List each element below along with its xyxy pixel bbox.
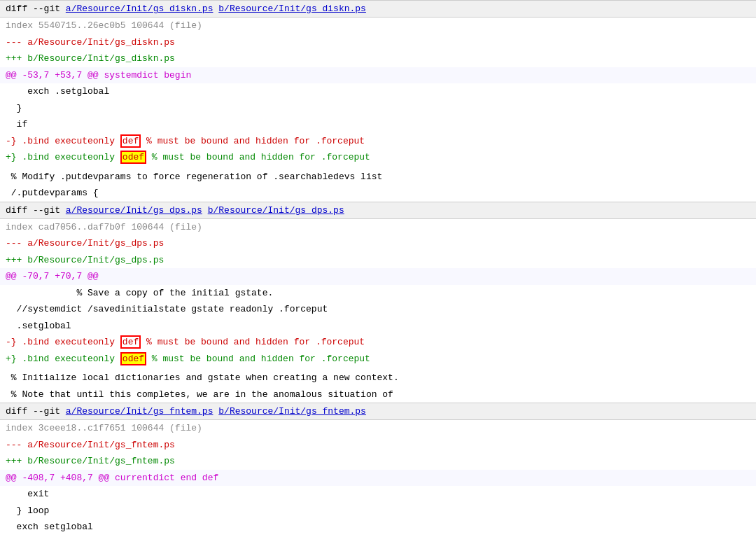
- diff-git-label: diff --git: [6, 406, 66, 417]
- diff-git-label: diff --git: [6, 205, 66, 216]
- diff-line: exit: [0, 486, 756, 503]
- diff-line: % Save a copy of the initial gstate.: [0, 285, 756, 302]
- diff-added-suffix: % must be bound and hidden for .forceput: [146, 354, 370, 364]
- diff-highlight-odef: odef: [120, 352, 146, 365]
- diff-file-b-link[interactable]: b/Resource/Init/gs_dps.ps: [208, 205, 344, 216]
- diff-highlight-def: def: [120, 335, 141, 349]
- diff-file-a-link[interactable]: a/Resource/Init/gs_diskn.ps: [66, 4, 214, 14]
- diff-section-header: diff --git a/Resource/Init/gs_diskn.ps b…: [0, 0, 756, 18]
- diff-added-suffix: % must be bound and hidden for .forceput: [146, 152, 370, 162]
- diff-added-prefix: +} .bind executeonly: [6, 152, 120, 162]
- diff-highlight-odef: odef: [120, 151, 146, 164]
- diff-line: }: [0, 100, 756, 117]
- diff-file-plus: +++ b/Resource/Init/gs_fntem.ps: [0, 453, 756, 470]
- diff-line: //systemdict /savedinitialstate gstate r…: [0, 301, 756, 318]
- diff-section-header: diff --git a/Resource/Init/gs_dps.ps b/R…: [0, 202, 756, 219]
- diff-removed-suffix: % must be bound and hidden for .forceput: [141, 337, 365, 347]
- diff-file-b-link[interactable]: b/Resource/Init/gs_fntem.ps: [218, 406, 366, 417]
- diff-line: % Note that until this completes, we are…: [0, 386, 756, 403]
- diff-highlight-def: def: [120, 134, 141, 148]
- diff-line: +} .bind executeonly odef % must be boun…: [0, 149, 756, 166]
- diff-added-prefix: +} .bind executeonly: [6, 354, 120, 364]
- diff-meta: index 3ceee18..c1f7651 100644 (file): [0, 420, 756, 437]
- diff-line: % Initialize local dictionaries and gsta…: [0, 370, 756, 386]
- diff-line: % Modify .putdevparams to force regenera…: [0, 169, 756, 186]
- diff-file-minus: --- a/Resource/Init/gs_fntem.ps: [0, 437, 756, 454]
- diff-line: .setglobal: [0, 318, 756, 335]
- diff-removed-suffix: % must be bound and hidden for .forceput: [141, 136, 365, 146]
- diff-line: } loop: [0, 503, 756, 519]
- diff-line: exch setglobal: [0, 519, 756, 536]
- diff-removed-prefix: -} .bind executeonly: [6, 337, 120, 347]
- diff-file-plus: +++ b/Resource/Init/gs_dps.ps: [0, 252, 756, 269]
- diff-meta: index 5540715..26ec0b5 100644 (file): [0, 18, 756, 34]
- diff-section-header: diff --git a/Resource/Init/gs_fntem.ps b…: [0, 403, 756, 420]
- diff-line: /.putdevparams {: [0, 185, 756, 202]
- diff-file-b-link[interactable]: b/Resource/Init/gs_diskn.ps: [218, 4, 366, 14]
- diff-file-minus: --- a/Resource/Init/gs_dps.ps: [0, 235, 756, 252]
- diff-file-a-link[interactable]: a/Resource/Init/gs_fntem.ps: [66, 406, 214, 417]
- diff-file-minus: --- a/Resource/Init/gs_diskn.ps: [0, 34, 756, 51]
- diff-removed-prefix: -} .bind executeonly: [6, 136, 120, 146]
- diff-hunk-header: @@ -408,7 +408,7 @@ currentdict end def: [0, 470, 756, 487]
- diff-line: +} .bind executeonly odef % must be boun…: [0, 351, 756, 368]
- diff-viewer: diff --git a/Resource/Init/gs_diskn.ps b…: [0, 0, 756, 537]
- diff-line: -} .bind executeonly def % must be bound…: [0, 334, 756, 351]
- diff-meta: index cad7056..daf7b0f 100644 (file): [0, 219, 756, 236]
- diff-git-label: diff --git: [6, 4, 66, 14]
- diff-file-a-link[interactable]: a/Resource/Init/gs_dps.ps: [66, 205, 202, 216]
- diff-hunk-header: @@ -70,7 +70,7 @@: [0, 268, 756, 285]
- diff-file-plus: +++ b/Resource/Init/gs_diskn.ps: [0, 50, 756, 67]
- diff-hunk-header: @@ -53,7 +53,7 @@ systemdict begin: [0, 67, 756, 84]
- diff-line: -} .bind executeonly def % must be bound…: [0, 133, 756, 150]
- diff-line: if: [0, 116, 756, 133]
- diff-line: exch .setglobal: [0, 83, 756, 100]
